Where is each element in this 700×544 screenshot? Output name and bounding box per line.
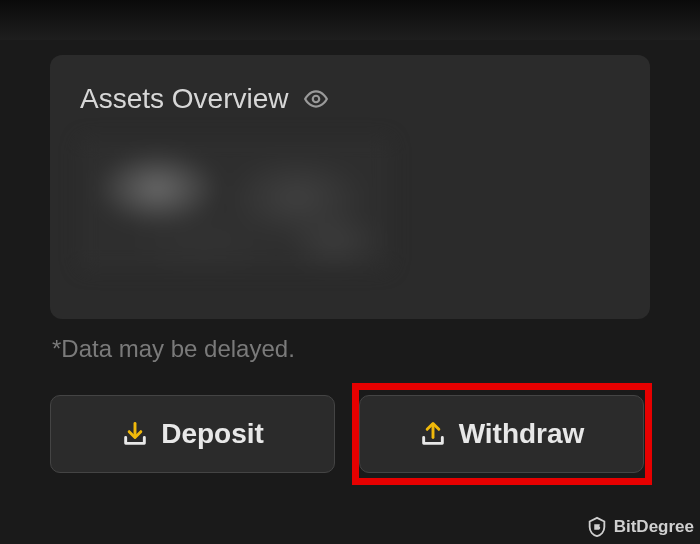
deposit-label: Deposit — [161, 418, 264, 450]
watermark: BitDegree — [586, 516, 694, 538]
top-gradient — [0, 0, 700, 40]
action-buttons-row: Deposit Withdraw — [50, 395, 644, 473]
deposit-button[interactable]: Deposit — [50, 395, 335, 473]
balance-blurred — [80, 139, 390, 269]
eye-icon[interactable] — [303, 86, 329, 112]
panel-title-row: Assets Overview — [80, 83, 620, 115]
panel-title: Assets Overview — [80, 83, 289, 115]
data-delay-disclaimer: *Data may be delayed. — [52, 335, 295, 363]
withdraw-label: Withdraw — [459, 418, 585, 450]
shield-icon — [586, 516, 608, 538]
upload-icon — [419, 420, 447, 448]
svg-point-0 — [312, 96, 319, 103]
assets-overview-panel: Assets Overview — [50, 55, 650, 319]
watermark-text: BitDegree — [614, 517, 694, 537]
download-icon — [121, 420, 149, 448]
withdraw-button[interactable]: Withdraw — [359, 395, 644, 473]
